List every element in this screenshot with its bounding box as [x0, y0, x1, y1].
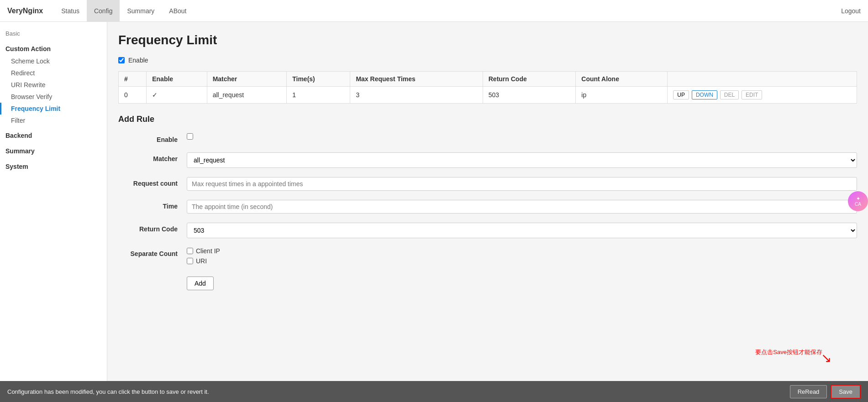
bottom-bar-message: Configuration has been modified, you can… [7, 388, 786, 395]
cell-return-code: 503 [483, 87, 576, 104]
uri-checkbox[interactable] [187, 258, 193, 264]
cell-matcher: all_request [207, 87, 287, 104]
uri-row: URI [187, 257, 857, 265]
nav-config[interactable]: Config [87, 0, 120, 22]
client-ip-row: Client IP [187, 247, 857, 255]
global-enable-row: Enable [118, 57, 857, 64]
sidebar-item-frequency-limit[interactable]: Frequency Limit [0, 103, 107, 115]
rules-table: # Enable Matcher Time(s) Max Request Tim… [118, 71, 857, 104]
col-count-alone: Count Alone [576, 72, 668, 87]
top-nav: VeryNginx Status Config Summary ABout Lo… [0, 0, 868, 22]
edit-button[interactable]: EDIT [742, 90, 762, 99]
enable-control [187, 133, 857, 141]
sidebar-item-uri-rewrite[interactable]: URI Rewrite [0, 79, 107, 91]
col-enable: Enable [147, 72, 207, 87]
form-row-matcher: Matcher all_request [118, 152, 857, 168]
sidebar-section-backend: Backend [0, 129, 107, 142]
add-rule-title: Add Rule [118, 115, 857, 124]
cell-enable: ✓ [147, 87, 207, 104]
form-row-request-count: Request count [118, 177, 857, 191]
request-count-input[interactable] [187, 177, 857, 191]
client-ip-label[interactable]: Client IP [196, 247, 220, 255]
cell-actions: UP DOWN DEL EDIT [668, 87, 857, 104]
global-enable-checkbox[interactable] [118, 57, 125, 63]
float-label: CA [855, 202, 861, 207]
translate-float-button[interactable]: ✦ CA [848, 191, 868, 211]
sidebar-section-system: System [0, 160, 107, 173]
sidebar-section-basic: Basic [0, 27, 107, 40]
separate-count-control: Client IP URI [187, 247, 857, 267]
form-row-enable: Enable [118, 133, 857, 143]
enable-label: Enable [118, 133, 187, 143]
return-code-select[interactable]: 503 429 400 [187, 223, 857, 238]
col-index: # [119, 72, 147, 87]
form-row-return-code: Return Code 503 429 400 [118, 223, 857, 238]
time-control [187, 200, 857, 214]
reread-button[interactable]: ReRead [790, 385, 827, 398]
page-title: Frequency Limit [118, 33, 857, 47]
del-button[interactable]: DEL [720, 90, 739, 99]
sidebar-section-summary: Summary [0, 145, 107, 157]
sidebar-item-browser-verify[interactable]: Browser Verify [0, 91, 107, 103]
matcher-select[interactable]: all_request [187, 152, 857, 168]
bottom-bar: Configuration has been modified, you can… [0, 381, 868, 402]
col-return-code: Return Code [483, 72, 576, 87]
down-button[interactable]: DOWN [692, 90, 717, 99]
cell-max-request: 3 [350, 87, 483, 104]
uri-label[interactable]: URI [196, 257, 207, 265]
return-code-label: Return Code [118, 223, 187, 233]
add-rule-section: Add Rule Enable Matcher all_request [118, 115, 857, 290]
request-count-control [187, 177, 857, 191]
main-layout: Basic Custom Action Scheme Lock Redirect… [0, 22, 868, 381]
sidebar-section-custom-action: Custom Action [0, 42, 107, 55]
sidebar: Basic Custom Action Scheme Lock Redirect… [0, 22, 107, 381]
time-label: Time [118, 200, 187, 210]
time-input[interactable] [187, 200, 857, 214]
brand-logo: VeryNginx [7, 7, 43, 15]
content-area: Frequency Limit Enable # Enable Matcher … [107, 22, 868, 381]
separate-count-label: Separate Count [118, 247, 187, 257]
sidebar-item-filter[interactable]: Filter [0, 115, 107, 126]
cell-count-alone: ip [576, 87, 668, 104]
request-count-label: Request count [118, 177, 187, 187]
logout-button[interactable]: Logout [841, 7, 861, 15]
float-icon: ✦ [856, 196, 860, 202]
nav-about[interactable]: ABout [162, 0, 194, 22]
sidebar-item-scheme-lock[interactable]: Scheme Lock [0, 55, 107, 67]
table-row: 0 ✓ all_request 1 3 503 ip UP DOWN DEL E… [119, 87, 857, 104]
up-button[interactable]: UP [673, 90, 689, 99]
col-matcher: Matcher [207, 72, 287, 87]
col-times: Time(s) [287, 72, 350, 87]
rule-enable-checkbox[interactable] [187, 133, 193, 140]
sidebar-item-redirect[interactable]: Redirect [0, 67, 107, 79]
form-row-separate-count: Separate Count Client IP URI [118, 247, 857, 267]
cell-times: 1 [287, 87, 350, 104]
form-row-time: Time [118, 200, 857, 214]
form-row-add: Add [118, 277, 857, 290]
col-actions [668, 72, 857, 87]
cell-index: 0 [119, 87, 147, 104]
client-ip-checkbox[interactable] [187, 248, 193, 254]
save-button[interactable]: Save [831, 385, 861, 399]
nav-summary[interactable]: Summary [120, 0, 162, 22]
matcher-control: all_request [187, 152, 857, 168]
global-enable-label[interactable]: Enable [128, 57, 148, 64]
return-code-control: 503 429 400 [187, 223, 857, 238]
nav-status[interactable]: Status [54, 0, 87, 22]
add-rule-button[interactable]: Add [187, 277, 214, 290]
col-max-request: Max Request Times [350, 72, 483, 87]
matcher-label: Matcher [118, 152, 187, 162]
